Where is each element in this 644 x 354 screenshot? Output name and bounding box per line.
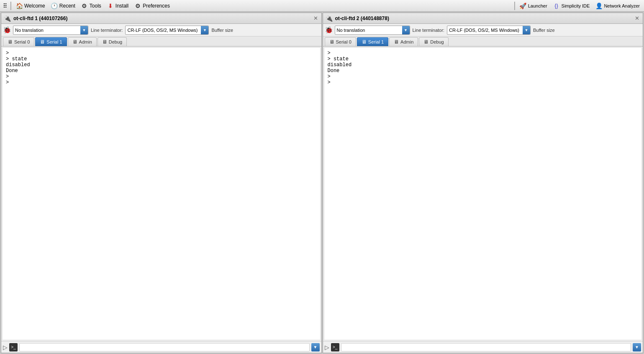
panel-2-tab-serial1-label: Serial 1 bbox=[368, 39, 384, 44]
panel-1-tab-admin-icon: 🖥 bbox=[72, 39, 77, 45]
panel-2-device-icon: 🔌 bbox=[326, 15, 333, 22]
launcher-label: Launcher bbox=[528, 3, 547, 8]
panel-1-translation-value: No translation bbox=[15, 28, 79, 33]
panel-1-line-term-arrow: ▼ bbox=[201, 26, 208, 34]
toolbar-separator-2 bbox=[514, 2, 515, 10]
panel-2-arrow-icon: ▷ bbox=[325, 344, 329, 351]
recent-label: Recent bbox=[59, 3, 75, 9]
panel-1-line-term-value: CR-LF (DOS, OS/2, MS Windows) bbox=[127, 28, 199, 33]
tools-icon: ⚙ bbox=[81, 3, 88, 9]
panel-1-device-icon: 🔌 bbox=[4, 15, 11, 22]
network-analyzer-icon: 👤 bbox=[595, 3, 602, 9]
panel-1-input[interactable] bbox=[19, 343, 310, 351]
panel-1-tab-serial0-icon: 🖥 bbox=[8, 39, 13, 45]
welcome-button[interactable]: 🏠 Welcome bbox=[13, 2, 48, 10]
panel-2-input-bar: ▷ >_ ▼ bbox=[323, 341, 643, 353]
install-button[interactable]: ⬇ Install bbox=[105, 2, 131, 10]
panel-1-title: ot-cli-ftd 1 (440107266) bbox=[13, 16, 310, 21]
panel-2-tab-debug-icon: 🖥 bbox=[423, 39, 428, 45]
panel-2-line-term-label: Line terminator: bbox=[413, 28, 444, 33]
panel-1-cmd-icon: >_ bbox=[9, 343, 18, 351]
panel-2-input[interactable] bbox=[341, 343, 631, 351]
panel-2-buffer-label: Buffer size bbox=[533, 28, 555, 33]
panel-1-translate-icon: 🐞 bbox=[4, 27, 10, 34]
main-area: 🔌 ot-cli-ftd 1 (440107266) ✕ 🐞 No transl… bbox=[0, 12, 644, 354]
panel-2-tab-serial0-label: Serial 0 bbox=[336, 39, 352, 44]
panel-1-tab-admin-label: Admin bbox=[79, 39, 92, 44]
panel-2-tab-serial0[interactable]: 🖥 Serial 0 bbox=[325, 37, 356, 46]
panel-2-tab-admin-label: Admin bbox=[400, 39, 413, 44]
panel-2-tab-debug[interactable]: 🖥 Debug bbox=[419, 37, 448, 46]
panel-1-terminal: > > state disabled Done > > bbox=[2, 47, 321, 340]
panel-1-tab-serial1-icon: 🖥 bbox=[40, 39, 45, 45]
panel-2-tab-admin-icon: 🖥 bbox=[394, 39, 399, 45]
panel-2-tab-bar: 🖥 Serial 0 🖥 Serial 1 🖥 Admin 🖥 Debug bbox=[323, 36, 643, 47]
panel-2-translation-select[interactable]: No translation ▼ bbox=[335, 26, 410, 35]
panel-1-tab-serial1[interactable]: 🖥 Serial 1 bbox=[35, 37, 67, 46]
panel-1-tab-serial0-label: Serial 0 bbox=[14, 39, 30, 44]
panel-2-translate-icon: 🐞 bbox=[326, 27, 332, 34]
panel-2-line-term-select[interactable]: CR-LF (DOS, OS/2, MS Windows) ▼ bbox=[447, 26, 531, 35]
panel-2-tab-serial1-icon: 🖥 bbox=[362, 39, 367, 45]
panel-1-buffer-label: Buffer size bbox=[211, 28, 233, 33]
panel-1-tab-debug-label: Debug bbox=[109, 39, 122, 44]
main-toolbar: ⠿ 🏠 Welcome 🕐 Recent ⚙ Tools ⬇ Install ⚙… bbox=[0, 0, 644, 12]
panel-2-terminal: > > state disabled Done > > bbox=[324, 47, 642, 340]
panel-1-translation-select[interactable]: No translation ▼ bbox=[13, 26, 88, 35]
panel-1-line-term-select[interactable]: CR-LF (DOS, OS/2, MS Windows) ▼ bbox=[125, 26, 209, 35]
tools-button[interactable]: ⚙ Tools bbox=[79, 2, 104, 10]
panel-2-cmd-icon: >_ bbox=[331, 343, 339, 351]
preferences-label: Preferences bbox=[143, 3, 170, 9]
install-label: Install bbox=[115, 3, 128, 9]
panel-2-title: ot-cli-ftd 2 (440148878) bbox=[335, 16, 632, 21]
panel-2-titlebar: 🔌 ot-cli-ftd 2 (440148878) ✕ bbox=[323, 13, 643, 24]
panel-1-translation-arrow: ▼ bbox=[80, 26, 88, 34]
panel-1-line-term-label: Line terminator: bbox=[91, 28, 123, 33]
panel-1-tab-serial1-label: Serial 1 bbox=[46, 39, 62, 44]
panel-1-tab-serial0[interactable]: 🖥 Serial 0 bbox=[3, 37, 34, 46]
panel-1-close-button[interactable]: ✕ bbox=[313, 15, 319, 21]
panel-1-input-dropdown[interactable]: ▼ bbox=[311, 343, 320, 351]
panel-1-arrow-icon: ▷ bbox=[3, 344, 8, 351]
recent-icon: 🕐 bbox=[51, 3, 58, 9]
panel-2-line-term-value: CR-LF (DOS, OS/2, MS Windows) bbox=[449, 28, 521, 33]
panel-2-close-button[interactable]: ✕ bbox=[634, 15, 640, 21]
preferences-icon: ⚙ bbox=[134, 3, 141, 9]
launcher-icon: 🚀 bbox=[520, 3, 526, 9]
panel-2-tab-serial1[interactable]: 🖥 Serial 1 bbox=[357, 37, 388, 46]
panel-2: 🔌 ot-cli-ftd 2 (440148878) ✕ 🐞 No transl… bbox=[323, 13, 644, 353]
home-icon: 🏠 bbox=[16, 3, 23, 9]
panel-2-line-term-arrow: ▼ bbox=[523, 26, 530, 34]
toolbar-separator-1 bbox=[10, 2, 11, 10]
network-analyzer-button[interactable]: 👤 Network Analyzer bbox=[593, 2, 642, 10]
panel-1-tab-admin[interactable]: 🖥 Admin bbox=[68, 37, 97, 46]
panel-2-translation-value: No translation bbox=[337, 28, 400, 33]
panel-2-controls: 🐞 No translation ▼ Line terminator: CR-L… bbox=[323, 24, 643, 36]
panel-1: 🔌 ot-cli-ftd 1 (440107266) ✕ 🐞 No transl… bbox=[1, 13, 322, 353]
panel-2-tab-admin[interactable]: 🖥 Admin bbox=[389, 37, 418, 46]
panel-1-input-bar: ▷ >_ ▼ bbox=[1, 341, 321, 353]
simplicity-ide-button[interactable]: {} Simplicity IDE bbox=[551, 2, 593, 10]
launcher-button[interactable]: 🚀 Launcher bbox=[517, 2, 550, 10]
panel-2-tab-debug-label: Debug bbox=[430, 39, 444, 44]
toolbar-right: 🚀 Launcher {} Simplicity IDE 👤 Network A… bbox=[513, 2, 642, 10]
panel-2-tab-serial0-icon: 🖥 bbox=[329, 39, 334, 45]
simplicity-ide-label: Simplicity IDE bbox=[562, 3, 590, 8]
panel-1-tab-debug-icon: 🖥 bbox=[102, 39, 107, 45]
panel-1-titlebar: 🔌 ot-cli-ftd 1 (440107266) ✕ bbox=[1, 13, 321, 24]
simplicity-ide-icon: {} bbox=[553, 3, 560, 9]
network-analyzer-label: Network Analyzer bbox=[604, 3, 640, 8]
tools-label: Tools bbox=[90, 3, 101, 9]
panel-1-tab-debug[interactable]: 🖥 Debug bbox=[97, 37, 127, 46]
preferences-button[interactable]: ⚙ Preferences bbox=[132, 2, 172, 10]
panel-2-input-dropdown[interactable]: ▼ bbox=[633, 343, 641, 351]
panel-1-tab-bar: 🖥 Serial 0 🖥 Serial 1 🖥 Admin 🖥 Debug bbox=[1, 36, 321, 47]
welcome-label: Welcome bbox=[24, 3, 45, 9]
panel-2-translation-arrow: ▼ bbox=[402, 26, 410, 34]
install-icon: ⬇ bbox=[107, 3, 114, 9]
panel-1-controls: 🐞 No translation ▼ Line terminator: CR-L… bbox=[1, 24, 321, 36]
recent-button[interactable]: 🕐 Recent bbox=[49, 2, 78, 10]
grip-icon: ⠿ bbox=[2, 3, 8, 9]
